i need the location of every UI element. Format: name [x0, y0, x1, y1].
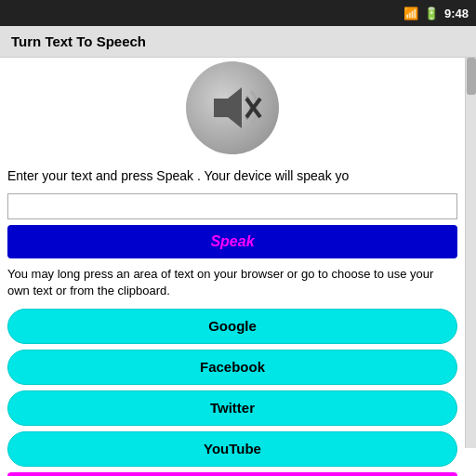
text-input[interactable]: [7, 193, 457, 219]
facebook-button[interactable]: Facebook: [7, 350, 457, 385]
battery-icon: 🔋: [424, 7, 439, 20]
status-bar: 📶 🔋 9:48: [0, 0, 476, 26]
twitter-button[interactable]: Twitter: [7, 390, 457, 426]
speaker-svg: [195, 71, 270, 145]
info-text: You may long press an area of text on yo…: [7, 266, 457, 299]
description-text: Enter your text and press Speak . Your d…: [7, 167, 457, 186]
scroll-content: Enter your text and press Speak . Your d…: [0, 58, 465, 476]
title-bar: Turn Text To Speech: [0, 26, 476, 58]
speaker-icon: [186, 61, 279, 154]
icon-area: [7, 58, 457, 162]
google-button[interactable]: Google: [7, 309, 457, 344]
share-button[interactable]: Share this app / Share Via: [7, 472, 457, 476]
wifi-icon: 📶: [403, 7, 418, 20]
time-display: 9:48: [444, 7, 469, 20]
svg-marker-0: [214, 87, 242, 128]
app-title: Turn Text To Speech: [11, 33, 146, 49]
speak-button[interactable]: Speak: [7, 225, 457, 258]
youtube-button[interactable]: YouTube: [7, 431, 457, 467]
scrollbar-thumb[interactable]: [467, 58, 476, 95]
scrollbar[interactable]: [465, 58, 476, 448]
main-content: Enter your text and press Speak . Your d…: [0, 58, 476, 476]
